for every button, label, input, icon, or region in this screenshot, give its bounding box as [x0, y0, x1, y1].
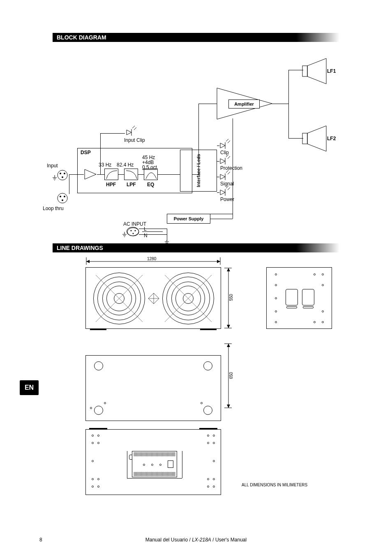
language-tab: EN [20, 380, 39, 395]
svg-line-28 [228, 172, 230, 174]
depth-dim: 650 [229, 372, 233, 379]
svg-line-19 [226, 139, 228, 141]
svg-point-2 [64, 173, 65, 174]
eq-block [144, 169, 158, 180]
height-dim: 550 [229, 294, 233, 301]
input-xlr-icon [57, 169, 68, 183]
page: EN BLOCK DIAGRAM Input Loop thru DSP [0, 0, 392, 555]
lpf-block [124, 169, 138, 180]
back-view [85, 429, 221, 495]
svg-point-0 [58, 170, 67, 180]
svg-point-9 [60, 196, 61, 197]
side-view [266, 267, 332, 329]
svg-line-15 [132, 126, 135, 128]
ac-input-label: AC INPUT [123, 221, 146, 227]
svg-marker-12 [85, 169, 96, 179]
hpf-label: HPF [106, 182, 116, 187]
page-number: 8 [39, 537, 42, 543]
svg-point-8 [58, 193, 67, 203]
amplifier-label: Amplifier [234, 102, 254, 106]
power-supply-label: Power Supply [174, 216, 204, 221]
svg-marker-37 [307, 126, 326, 151]
ac-plug-icon [127, 227, 139, 236]
svg-rect-36 [302, 133, 307, 144]
signal-led-label: Signal [220, 181, 234, 187]
dsp-label: DSP [81, 150, 91, 155]
svg-marker-29 [220, 190, 225, 195]
svg-marker-35 [307, 58, 326, 84]
input-label: Input [47, 163, 58, 169]
svg-marker-21 [220, 159, 225, 164]
ac-l: L [144, 226, 147, 232]
svg-point-3 [62, 176, 63, 178]
footer-model: LX-218A [192, 537, 211, 543]
svg-marker-17 [220, 143, 225, 148]
svg-marker-69 [227, 344, 230, 347]
svg-line-32 [228, 187, 230, 190]
front-view [85, 267, 221, 329]
amplifier-label-box: Amplifier [228, 99, 260, 109]
svg-marker-70 [227, 405, 230, 408]
loop-thru-xlr-icon [57, 192, 68, 206]
lpf-label: LPF [127, 182, 136, 187]
lf2-speaker-icon [302, 125, 329, 152]
power-supply-block: Power Supply [167, 214, 210, 224]
clip-led-label: Clip [220, 150, 229, 155]
input-ground-icon [52, 175, 58, 183]
lpf-freq: 82.4 Hz [117, 162, 134, 168]
svg-marker-53 [86, 260, 90, 263]
buffer-icon [84, 169, 97, 182]
protection-led-label: Protection [220, 165, 242, 171]
footer-left: Manual del Usuario / [145, 537, 191, 543]
ac-n: N [144, 233, 148, 238]
svg-marker-54 [217, 260, 220, 263]
input-clip-label: Input Clip [124, 137, 145, 143]
ac-ground-icon [122, 232, 127, 240]
svg-point-1 [60, 173, 61, 174]
footer: 8 Manual del Usuario / LX-218A / User's … [0, 537, 392, 543]
section-heading-block-diagram: BLOCK DIAGRAM [53, 33, 339, 42]
block-diagram: Input Loop thru DSP [53, 46, 344, 243]
svg-point-41 [133, 233, 134, 234]
footer-right: / User's Manual [212, 537, 247, 543]
svg-rect-34 [302, 66, 307, 76]
svg-line-20 [228, 141, 230, 143]
svg-line-16 [134, 127, 136, 130]
svg-point-10 [64, 196, 65, 197]
section-heading-text: BLOCK DIAGRAM [55, 33, 108, 42]
svg-marker-13 [127, 130, 131, 135]
width-dim: 1280 [147, 257, 156, 261]
svg-line-24 [228, 156, 230, 159]
section-heading-line-drawings: LINE DRAWINGS [53, 243, 339, 252]
top-view [85, 355, 221, 421]
section-heading-text: LINE DRAWINGS [55, 244, 105, 252]
svg-point-40 [135, 230, 136, 231]
dimensions-note: ALL DIMENSIONS IN MILIMETERS [242, 483, 307, 487]
svg-marker-65 [227, 325, 230, 328]
ps-ground-icon [164, 240, 170, 247]
lf1-speaker-icon [302, 58, 329, 85]
loop-thru-label: Loop thru [43, 206, 64, 211]
svg-marker-64 [227, 268, 230, 271]
svg-point-11 [62, 199, 63, 201]
hpf-block [104, 169, 118, 180]
svg-point-39 [131, 230, 132, 231]
eq-label: EQ [147, 182, 154, 187]
svg-marker-25 [220, 174, 225, 179]
svg-point-38 [127, 228, 139, 236]
power-led-label: Power [220, 197, 234, 202]
line-drawings: 1280 [85, 257, 357, 520]
eq-q: 0.5 oct [142, 164, 157, 170]
